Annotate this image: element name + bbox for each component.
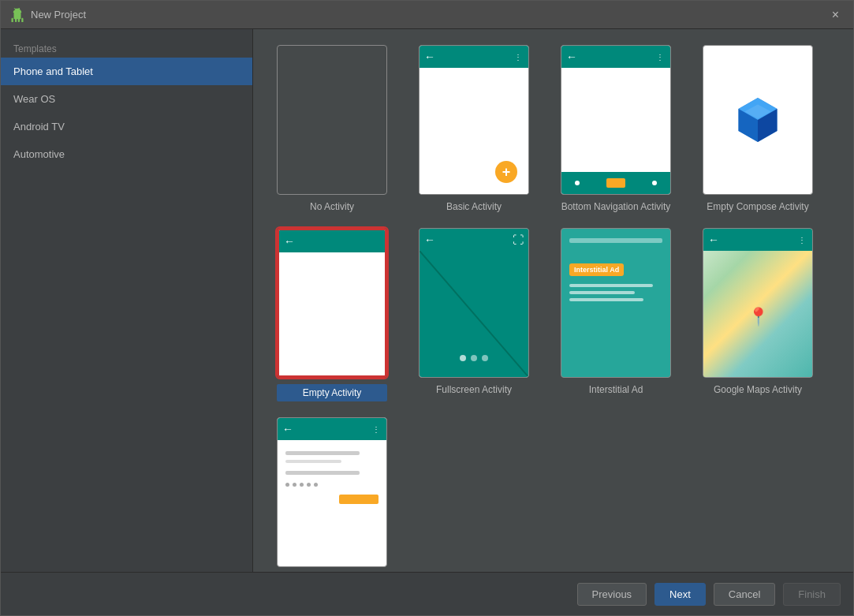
next-button[interactable]: Next [654,583,706,606]
bottom-bar: Previous Next Cancel Finish [1,572,853,615]
sidebar-item-android-tv[interactable]: Android TV [1,113,252,140]
fullscreen-label: Fullscreen Activity [436,384,512,395]
fullscreen-preview: ← ⛶ [419,228,529,378]
template-no-activity[interactable]: No Activity [269,45,395,212]
password-dot-2 [293,483,296,487]
cube-icon [730,92,785,147]
basic-activity-preview: ← ⋮ + [419,45,529,195]
template-login-activity[interactable]: ← ⋮ [269,417,395,572]
empty-compose-label: Empty Compose Activity [707,201,808,212]
template-basic-activity[interactable]: ← ⋮ + Basic Activity [411,45,537,212]
menu-dots-icon: ⋮ [656,53,666,62]
password-dot-3 [300,483,304,487]
maps-preview: ← ⋮ 📍 [703,228,813,378]
login-line-1 [285,451,360,455]
back-arrow-icon: ← [566,50,577,63]
back-arrow-icon: ← [424,50,435,63]
back-arrow-icon: ← [284,235,295,248]
empty-activity-label: Empty Activity [277,384,387,401]
template-google-maps[interactable]: ← ⋮ 📍 Google Maps Activity [695,228,821,401]
back-arrow-icon: ← [424,233,435,246]
sidebar-item-phone-tablet[interactable]: Phone and Tablet [1,58,252,85]
login-line-2 [285,460,341,463]
window-title: New Project [31,9,827,21]
login-line-3 [285,471,360,475]
sidebar-item-wear-os[interactable]: Wear OS [1,85,252,113]
menu-dots-icon: ⋮ [372,425,382,434]
bottom-nav-bar [561,172,670,194]
previous-button[interactable]: Previous [577,583,647,606]
bottom-nav-preview: ← ⋮ [561,45,671,195]
template-interstitial-ad[interactable]: Interstitial Ad Interstitial Ad [553,228,679,401]
template-bottom-nav-activity[interactable]: ← ⋮ Bottom Navigation Activity [553,45,679,212]
bottom-nav-label: Bottom Navigation Activity [561,201,671,212]
sidebar-section-label: Templates [1,37,252,58]
empty-compose-preview [703,45,813,195]
finish-button[interactable]: Finish [783,583,841,606]
login-preview: ← ⋮ [277,417,387,567]
interstitial-preview: Interstitial Ad [561,228,671,378]
title-bar: New Project × [1,1,853,29]
password-dot-4 [307,483,311,487]
sidebar: Templates Phone and Tablet Wear OS Andro… [1,29,253,572]
template-fullscreen-activity[interactable]: ← ⛶ Fullscreen Activity [411,228,537,401]
template-grid: No Activity ← ⋮ + Basic Activity [253,29,853,572]
menu-dots-icon: ⋮ [798,236,807,245]
android-icon [10,8,24,22]
fab-icon: + [495,161,517,183]
template-empty-compose[interactable]: Empty Compose Activity [695,45,821,212]
cancel-button[interactable]: Cancel [714,583,775,606]
maps-label: Google Maps Activity [714,384,802,395]
ad-badge: Interstitial Ad [569,263,624,276]
basic-activity-label: Basic Activity [446,201,502,212]
password-dot-5 [314,483,318,487]
close-button[interactable]: × [827,6,844,24]
interstitial-ad-label: Interstitial Ad [589,384,643,395]
new-project-dialog: New Project × Templates Phone and Tablet… [0,0,854,616]
login-btn-preview [339,495,379,504]
main-content: Templates Phone and Tablet Wear OS Andro… [1,29,853,572]
expand-icon: ⛶ [513,233,524,246]
no-activity-preview [277,45,387,195]
nav-selected [606,178,625,188]
back-arrow-icon: ← [708,233,719,246]
map-pin-icon: 📍 [748,307,769,327]
no-activity-label: No Activity [310,201,354,212]
back-arrow-icon: ← [282,423,293,435]
nav-dot-2 [652,181,657,185]
nav-dot-1 [575,181,580,185]
menu-dots-icon: ⋮ [514,53,524,62]
password-dot-1 [285,483,289,487]
sidebar-item-automotive[interactable]: Automotive [1,140,252,168]
empty-activity-preview: ← [277,228,387,378]
template-empty-activity[interactable]: ← Empty Activity [269,228,395,401]
